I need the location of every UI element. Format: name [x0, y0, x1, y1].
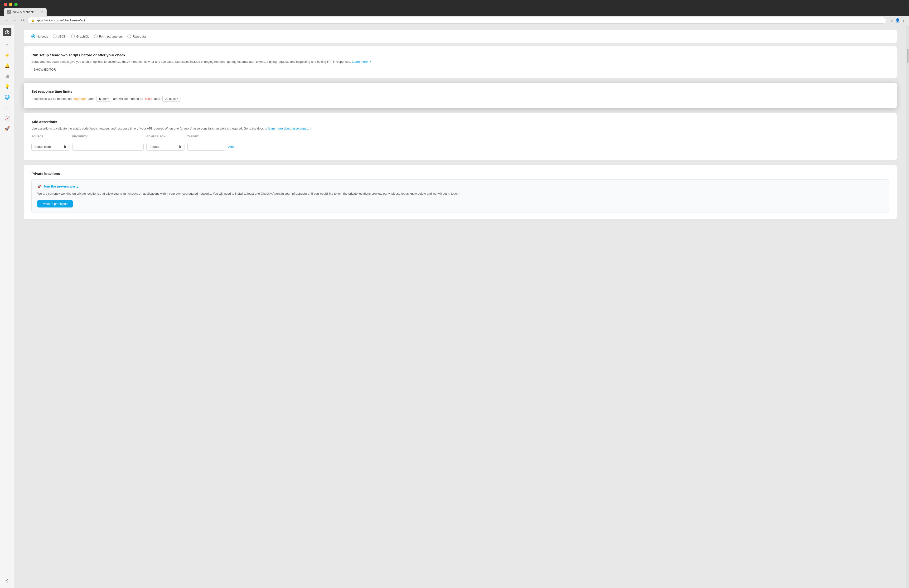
new-tab-button[interactable]: + [48, 9, 55, 16]
response-limits-title: Set response time limits [31, 89, 889, 94]
col-comparison: COMPARISON [147, 135, 184, 138]
sidebar-item-alerts[interactable]: 🔔 [2, 61, 12, 71]
body-type-section: No body JSON GraphQL Form parameters Raw… [24, 30, 897, 43]
assertions-section: Add assertions Use assertions to validat… [24, 113, 897, 160]
response-limits-section: Set response time limits Responses will … [24, 83, 897, 108]
radio-circle-nobody [31, 34, 35, 38]
source-value: Status code [34, 145, 51, 149]
radio-circle-form [94, 34, 98, 38]
target-input[interactable]: — [187, 143, 225, 151]
back-button[interactable]: ← [4, 18, 10, 23]
degraded-time-value: 5 sec [99, 97, 107, 100]
radio-label-graphql: GraphQL [76, 35, 89, 38]
assertions-header: SOURCE PROPERTY COMPARISON TARGET [31, 135, 889, 140]
assertions-table: SOURCE PROPERTY COMPARISON TARGET Status… [31, 135, 889, 153]
preview-party-label: Join the preview party! [43, 184, 79, 188]
radio-graphql[interactable]: GraphQL [71, 34, 89, 38]
text-after-degraded: after [89, 97, 95, 100]
scrollbar-thumb[interactable] [907, 49, 909, 63]
sidebar-item-snippets[interactable]: ◇ [2, 103, 12, 112]
col-source: SOURCE [31, 135, 69, 138]
private-locations-title: Private locations [31, 171, 889, 176]
menu-button[interactable]: ⋮ [901, 18, 905, 23]
radio-label-raw: Raw data [132, 35, 146, 38]
failed-dropdown-chevron: ▾ [177, 97, 178, 100]
preview-party-title: 🚀 Join the preview party! [37, 184, 883, 188]
assertions-title: Add assertions [31, 120, 889, 124]
tab-close-button[interactable]: × [41, 10, 43, 14]
address-bar[interactable]: 🔒 app.checklyhq.com/checks/new/api [27, 17, 886, 24]
degraded-time-dropdown[interactable]: 5 sec ▾ [97, 96, 111, 102]
text-between: and will be marked as [113, 97, 143, 100]
forward-button[interactable]: → [12, 18, 18, 23]
sidebar-item-monitors[interactable]: 🖥 [2, 71, 12, 81]
col-property: PROPERTY [72, 135, 144, 138]
comparison-select[interactable]: Equals ⇅ [147, 143, 184, 151]
profile-button[interactable]: 👤 [895, 18, 900, 23]
radio-circle-raw [128, 34, 131, 38]
radio-circle-json [53, 34, 57, 38]
radio-nobody[interactable]: No body [31, 34, 48, 38]
table-row: Status code ⇅ — Equals ⇅ — Add [31, 140, 889, 153]
radio-json[interactable]: JSON [53, 34, 66, 38]
response-limits-content: Responses will be marked as degraded aft… [31, 96, 889, 102]
col-target: TARGET [187, 135, 225, 138]
source-select[interactable]: Status code ⇅ [31, 143, 69, 151]
refresh-button[interactable]: ↻ [20, 18, 25, 23]
traffic-light-yellow[interactable] [9, 3, 12, 6]
failed-time-dropdown[interactable]: 20 secs ▾ [162, 96, 181, 102]
private-locations-section: Private locations 🚀 Join the preview par… [24, 165, 897, 219]
property-input[interactable]: — [72, 143, 144, 151]
lock-icon: 🔒 [31, 19, 34, 22]
source-arrow: ⇅ [64, 145, 66, 149]
sidebar-item-checks[interactable]: ⚡ [2, 51, 12, 60]
col-actions [228, 135, 247, 138]
participate-button[interactable]: I want to participate [37, 200, 73, 207]
text-before-degraded: Responses will be marked as [31, 97, 71, 100]
show-editor-chevron-icon: › [31, 68, 32, 71]
add-assertion-button[interactable]: Add [228, 145, 247, 149]
show-editor-label: SHOW EDITOR [34, 68, 56, 71]
sidebar-item-insights[interactable]: 💡 [2, 82, 12, 92]
show-editor-button[interactable]: › SHOW EDITOR [31, 68, 56, 71]
failed-label: failed [145, 97, 152, 100]
bookmark-button[interactable]: ☆ [890, 18, 894, 23]
sidebar-item-home[interactable]: ⌂ [2, 40, 12, 50]
tab-title: New API check [13, 10, 34, 14]
learn-more-link[interactable]: Learn more ↗ [352, 60, 371, 63]
text-after-failed: after [154, 97, 160, 100]
sidebar-item-reports[interactable]: 📈 [2, 113, 12, 123]
degraded-label: degraded [73, 97, 87, 100]
address-text: app.checklyhq.com/checks/new/api [36, 19, 85, 22]
sidebar-collapse-button[interactable]: ❮ [2, 576, 12, 585]
sidebar-item-deploy[interactable]: 🚀 [2, 124, 12, 133]
comparison-value: Equals [150, 145, 159, 149]
setup-teardown-title: Run setup / teardown scripts before or a… [31, 53, 889, 57]
assertions-learn-more-link[interactable]: learn more about assertions... ↗ [268, 127, 313, 130]
target-placeholder: — [191, 145, 194, 149]
radio-label-json: JSON [58, 35, 66, 38]
body-type-radio-group: No body JSON GraphQL Form parameters Raw… [31, 34, 889, 38]
scrollbar-track[interactable] [906, 25, 909, 588]
property-placeholder: — [75, 145, 78, 149]
active-tab[interactable]: ✓ New API check × [4, 8, 47, 16]
radio-label-form: Form parameters [99, 35, 123, 38]
traffic-light-red[interactable] [4, 3, 7, 6]
assertions-desc: Use assertions to validate the status co… [31, 126, 889, 131]
preview-party-box: 🚀 Join the preview party! We are current… [31, 179, 889, 212]
preview-party-desc: We are currently working on private loca… [37, 191, 883, 196]
rocket-icon: 🚀 [37, 184, 41, 188]
app-logo[interactable]: 🐼 [3, 28, 11, 36]
traffic-light-green[interactable] [14, 3, 18, 6]
radio-circle-graphql [71, 34, 75, 38]
setup-teardown-desc: Setup and teardown scripts give you a to… [31, 60, 889, 65]
radio-form[interactable]: Form parameters [94, 34, 123, 38]
failed-time-value: 20 secs [165, 97, 176, 100]
sidebar-item-locations[interactable]: 🌐 [2, 92, 12, 102]
sidebar: 🐼 ⌂ ⚡ 🔔 🖥 💡 🌐 ◇ 📈 🚀 ❮ [0, 25, 14, 588]
comparison-arrow: ⇅ [179, 145, 181, 149]
radio-label-nobody: No body [37, 35, 48, 38]
radio-raw[interactable]: Raw data [128, 34, 146, 38]
main-content: No body JSON GraphQL Form parameters Raw… [14, 25, 906, 588]
tab-favicon: ✓ [7, 10, 11, 14]
